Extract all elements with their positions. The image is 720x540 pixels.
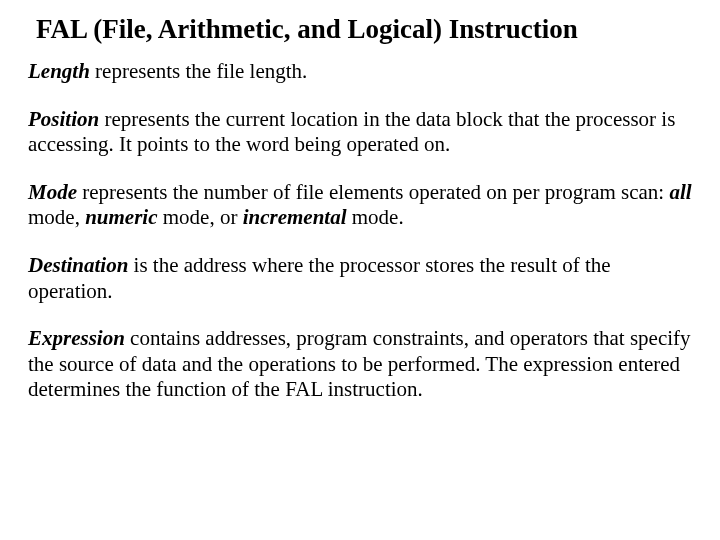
kw-numeric: numeric [85,205,157,229]
def-expression: Expression contains addresses, program c… [28,326,692,403]
kw-incremental: incremental [243,205,347,229]
text-mode-2: mode, [28,205,85,229]
text-position: represents the current location in the d… [28,107,675,157]
text-length: represents the file length. [90,59,308,83]
term-length: Length [28,59,90,83]
term-mode: Mode [28,180,77,204]
def-mode: Mode represents the number of file eleme… [28,180,692,231]
text-expression: contains addresses, program constraints,… [28,326,691,401]
kw-all: all [669,180,691,204]
def-destination: Destination is the address where the pro… [28,253,692,304]
slide: FAL (File, Arithmetic, and Logical) Inst… [0,0,720,445]
text-mode-4: mode. [347,205,404,229]
term-destination: Destination [28,253,128,277]
term-expression: Expression [28,326,125,350]
slide-title: FAL (File, Arithmetic, and Logical) Inst… [28,14,692,45]
text-mode-1: represents the number of file elements o… [77,180,669,204]
text-mode-3: mode, or [158,205,243,229]
def-position: Position represents the current location… [28,107,692,158]
term-position: Position [28,107,99,131]
def-length: Length represents the file length. [28,59,692,85]
